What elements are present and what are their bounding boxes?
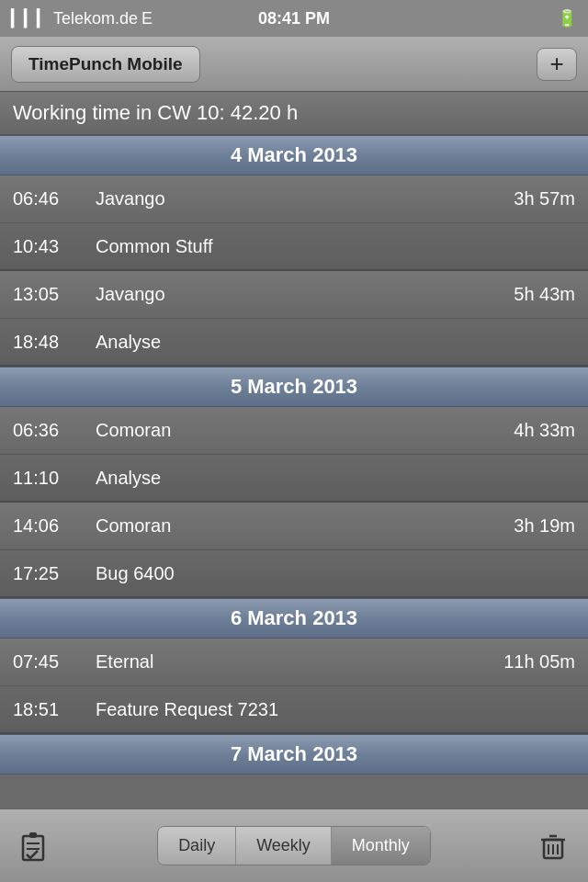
table-row[interactable]: 18:51Feature Request 7231: [0, 686, 588, 734]
status-left: ▎▎▎ Telekom.de E: [11, 8, 153, 28]
status-time: 08:41 PM: [258, 9, 330, 28]
entry-time: 06:46: [13, 188, 96, 209]
carrier-label: Telekom.de: [53, 9, 138, 28]
day-header: 6 March 2013: [0, 598, 588, 639]
working-time-header: Working time in CW 10: 42.20 h: [0, 92, 588, 135]
clipboard-button[interactable]: [9, 820, 61, 872]
svg-rect-1: [29, 832, 37, 838]
table-row[interactable]: 17:25Bug 6400: [0, 550, 588, 598]
entry-duration: 5h 43m: [483, 284, 575, 305]
entry-duration: 3h 19m: [483, 515, 575, 537]
entry-duration: 11h 05m: [483, 651, 575, 673]
network-label: E: [141, 9, 153, 28]
nav-bar: TimePunch Mobile +: [0, 37, 588, 92]
day-header: 5 March 2013: [0, 367, 588, 407]
entry-time: 10:43: [13, 236, 96, 257]
entry-name: Javango: [96, 188, 483, 209]
table-row[interactable]: 13:05Javango5h 43m: [0, 271, 588, 319]
entry-time: 13:05: [13, 284, 96, 305]
table-row[interactable]: 10:43Common Stuff: [0, 223, 588, 271]
entry-name: Comoran: [96, 515, 483, 537]
day-header: 7 March 2013: [0, 734, 588, 775]
table-row[interactable]: 06:36Comoran4h 33m: [0, 407, 588, 455]
table-row[interactable]: 14:06Comoran3h 19m: [0, 503, 588, 550]
entry-name: Common Stuff: [96, 236, 483, 257]
trash-icon: [536, 829, 571, 864]
entry-time: 18:48: [13, 332, 96, 353]
entry-name: Analyse: [96, 468, 483, 489]
entry-time: 17:25: [13, 563, 96, 584]
table-row[interactable]: 11:10Analyse: [0, 455, 588, 503]
day-header: 4 March 2013: [0, 135, 588, 175]
entry-name: Feature Request 7231: [96, 699, 483, 720]
app-title-button[interactable]: TimePunch Mobile: [11, 46, 200, 83]
toolbar: DailyWeeklyMonthly: [0, 808, 588, 882]
content-scroll[interactable]: 4 March 201306:46Javango3h 57m10:43Commo…: [0, 135, 588, 833]
entry-time: 18:51: [13, 699, 96, 720]
entry-duration: 4h 33m: [483, 420, 575, 441]
tab-daily[interactable]: Daily: [158, 827, 236, 865]
entry-name: Bug 6400: [96, 563, 483, 584]
table-row[interactable]: 06:46Javango3h 57m: [0, 175, 588, 223]
entry-name: Eternal: [96, 651, 483, 673]
signal-icon: ▎▎▎: [11, 8, 50, 28]
trash-button[interactable]: [527, 820, 579, 872]
entry-name: Javango: [96, 284, 483, 305]
entry-time: 07:45: [13, 651, 96, 673]
table-row[interactable]: 07:45Eternal11h 05m: [0, 639, 588, 686]
tab-weekly[interactable]: Weekly: [236, 827, 332, 865]
clipboard-icon: [17, 829, 52, 864]
entry-time: 11:10: [13, 468, 96, 489]
status-bar: ▎▎▎ Telekom.de E 08:41 PM 🔋: [0, 0, 588, 37]
entry-duration: 3h 57m: [483, 188, 575, 209]
tab-monthly[interactable]: Monthly: [332, 827, 430, 865]
entry-name: Comoran: [96, 420, 483, 441]
table-row[interactable]: 18:48Analyse: [0, 319, 588, 367]
view-tab-group: DailyWeeklyMonthly: [157, 826, 431, 865]
entry-time: 14:06: [13, 515, 96, 537]
status-right: 🔋: [557, 8, 577, 28]
add-entry-button[interactable]: +: [537, 48, 577, 81]
entry-time: 06:36: [13, 420, 96, 441]
entry-name: Analyse: [96, 332, 483, 353]
battery-icon: 🔋: [557, 8, 577, 28]
